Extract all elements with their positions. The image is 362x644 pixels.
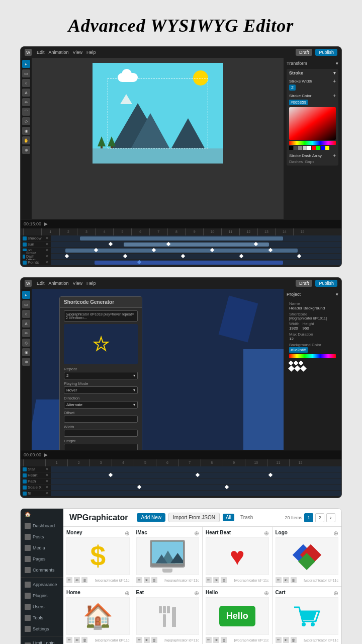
tool-circle[interactable]: ○ — [22, 79, 30, 87]
color-picker[interactable] — [289, 107, 336, 141]
tool2-fill[interactable]: ◉ — [22, 348, 30, 356]
menu2-view[interactable]: View — [73, 281, 82, 286]
playing-mode-select[interactable]: Hover ▾ — [64, 386, 138, 394]
import-json-btn[interactable]: Import From JSON — [168, 513, 220, 522]
tool-fill[interactable]: ◉ — [22, 127, 30, 135]
row2-close-star[interactable]: ✕ — [45, 467, 49, 471]
page-btn-1[interactable]: 1 — [304, 513, 313, 522]
menu-animation[interactable]: Animation — [49, 50, 69, 55]
action-delete-eat[interactable]: 🗑 — [151, 637, 157, 643]
timeline2-play[interactable]: ▶ — [44, 452, 48, 457]
action-edit-money[interactable]: ✏ — [66, 577, 72, 583]
action-view-imac[interactable]: 👁 — [144, 577, 150, 583]
menu2-help[interactable]: Help — [86, 281, 96, 286]
page-next-btn[interactable]: › — [326, 513, 335, 522]
direction-select[interactable]: Alternate ▾ — [64, 401, 138, 409]
sidebar-item-appearance[interactable]: Appearance — [21, 579, 63, 590]
tool2-zoom[interactable]: ⊕ — [22, 358, 30, 366]
sidebar-item-users[interactable]: Users — [21, 601, 63, 612]
row-close-shadow[interactable]: ✕ — [45, 236, 49, 240]
action-edit-hello[interactable]: ✏ — [206, 637, 212, 643]
row2-close-heart[interactable]: ✕ — [45, 473, 49, 477]
stroke-color-add[interactable]: + — [333, 93, 336, 99]
row2-close-path[interactable]: ✕ — [45, 479, 49, 484]
tool-zoom[interactable]: ⊕ — [22, 146, 30, 154]
swatch-red[interactable] — [312, 146, 316, 150]
action-delete-cart[interactable]: 🗑 — [291, 637, 297, 643]
color-gradient[interactable] — [289, 107, 336, 140]
sidebar-item-plugins[interactable]: Plugins — [21, 590, 63, 601]
action-edit-cart[interactable]: ✏ — [276, 637, 282, 643]
swatch-lightgray[interactable] — [303, 146, 307, 150]
tool2-rect[interactable]: ▭ — [22, 300, 30, 308]
stroke-color-hex[interactable]: #005359 — [289, 100, 308, 105]
project-shortcode-value[interactable]: [wpgraphicator id=1011] — [289, 316, 336, 320]
item-add-heartbeat[interactable]: ⊕ — [264, 530, 269, 537]
trash-tab-btn[interactable]: Trash — [237, 514, 256, 521]
tool2-pen[interactable]: ✏ — [22, 329, 30, 337]
row-close-points[interactable]: ✕ — [45, 260, 49, 265]
transform-toggle[interactable]: ▾ — [336, 61, 338, 66]
sidebar-item-settings[interactable]: Settings — [21, 623, 63, 634]
swatch-black[interactable] — [289, 146, 293, 150]
sidebar-item-limit-login[interactable]: Limit Login Attempts — [21, 638, 63, 644]
item-add-eat[interactable]: ⊕ — [194, 590, 199, 597]
action-delete-imac[interactable]: 🗑 — [151, 577, 157, 583]
swatch-yellow[interactable] — [325, 146, 329, 150]
add-new-btn[interactable]: Add New — [137, 513, 165, 522]
swatch-gray[interactable] — [298, 146, 302, 150]
repeat-select[interactable]: 2 ▾ — [64, 372, 138, 379]
action-view-money[interactable]: 👁 — [74, 577, 80, 583]
project-toggle[interactable]: ▾ — [336, 292, 338, 297]
tool-text[interactable]: A — [22, 89, 30, 97]
height-input[interactable] — [64, 444, 138, 450]
sidebar-item-pages[interactable]: Pages — [21, 553, 63, 565]
action-view-hello[interactable]: 👁 — [213, 637, 219, 643]
swatch-blue[interactable] — [321, 146, 325, 150]
tool-pen[interactable]: ✏ — [22, 98, 30, 106]
hue-bar-2[interactable] — [289, 354, 336, 358]
action-delete-logo[interactable]: 🗑 — [291, 577, 297, 583]
action-delete-home[interactable]: 🗑 — [81, 637, 87, 643]
editor2-publish-btn[interactable]: Publish — [315, 280, 337, 287]
tool-curve[interactable]: ⌒ — [22, 108, 30, 116]
sidebar-item-dashboard[interactable]: Dashboard — [21, 520, 63, 531]
hue-bar[interactable] — [289, 141, 336, 145]
row-close-sun[interactable]: ✕ — [45, 242, 49, 247]
all-tab-btn[interactable]: All — [223, 514, 234, 521]
action-edit-logo[interactable]: ✏ — [276, 577, 282, 583]
menu2-edit[interactable]: Edit — [37, 281, 45, 286]
stroke-dash-add[interactable]: + — [333, 153, 336, 158]
action-edit-heartbeat[interactable]: ✏ — [206, 577, 212, 583]
action-delete-hello[interactable]: 🗑 — [221, 637, 227, 643]
stroke-toggle[interactable]: ▾ — [333, 70, 336, 75]
menu-view[interactable]: View — [73, 50, 82, 55]
sidebar-item-posts[interactable]: Posts — [21, 531, 63, 542]
row2-close-fill[interactable]: ✕ — [45, 491, 49, 496]
timeline-play[interactable]: ▶ — [44, 221, 48, 226]
menu2-animation[interactable]: Animation — [49, 281, 69, 286]
stroke-width-add[interactable]: + — [333, 78, 336, 84]
swatch-darkgray[interactable] — [294, 146, 298, 150]
sidebar-item-media[interactable]: Media — [21, 542, 63, 553]
action-view-heartbeat[interactable]: 👁 — [213, 577, 219, 583]
menu-help[interactable]: Help — [86, 50, 96, 55]
width-input[interactable] — [64, 430, 138, 437]
action-view-logo[interactable]: 👁 — [283, 577, 289, 583]
page-btn-2[interactable]: 2 — [315, 513, 324, 522]
item-add-hello[interactable]: ⊕ — [264, 590, 269, 597]
tool2-text[interactable]: A — [22, 319, 30, 328]
action-edit-eat[interactable]: ✏ — [136, 637, 142, 643]
editor2-draft-btn[interactable]: Draft — [296, 280, 313, 287]
item-add-money[interactable]: ⊕ — [125, 530, 130, 537]
tool-rect[interactable]: ▭ — [22, 69, 30, 77]
row2-close-scale[interactable]: ✕ — [45, 485, 49, 490]
item-add-logo[interactable]: ⊕ — [333, 530, 338, 537]
swatch-green[interactable] — [316, 146, 320, 150]
action-edit-imac[interactable]: ✏ — [136, 577, 142, 583]
row-close-stroke-dash[interactable]: ✕ — [45, 254, 49, 259]
tool-select[interactable]: ▸ — [22, 60, 30, 68]
item-add-cart[interactable]: ⊕ — [333, 590, 338, 597]
editor1-publish-btn[interactable]: Publish — [315, 49, 337, 56]
action-delete-heartbeat[interactable]: 🗑 — [221, 577, 227, 583]
